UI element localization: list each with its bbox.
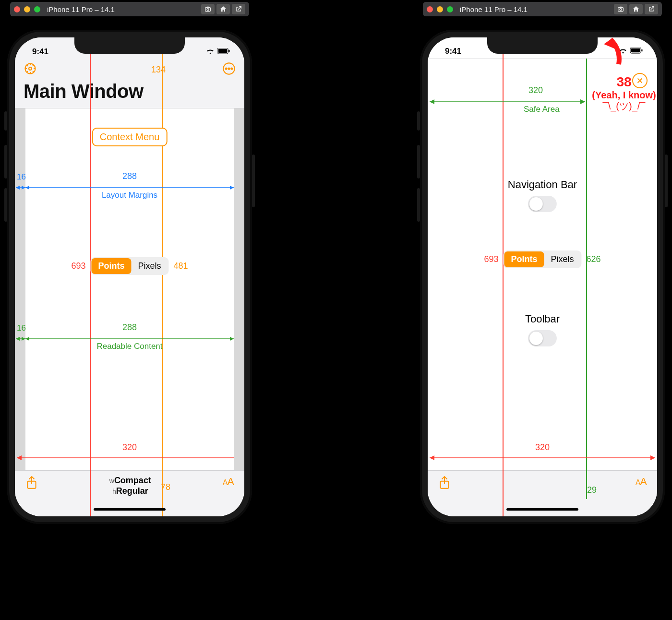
zoom-window-button[interactable] [447, 6, 453, 12]
svg-point-6 [29, 67, 32, 70]
full-width-value: 320 [535, 442, 550, 453]
full-width-value: 320 [122, 442, 137, 453]
red-guide [90, 37, 91, 516]
device-frame: 9:41 134 [7, 30, 252, 524]
toolbar-toggle[interactable] [528, 330, 557, 346]
simulator-titlebar: iPhone 11 Pro – 14.1 [423, 2, 662, 16]
share-button[interactable] [232, 4, 245, 14]
navigation-bar: 134 Main Window [15, 59, 244, 108]
simulator-title: iPhone 11 Pro – 14.1 [44, 5, 197, 13]
readable-width: 288 [122, 322, 137, 333]
more-icon[interactable] [222, 62, 236, 77]
minimize-window-button[interactable] [437, 6, 443, 12]
h-class: Regular [116, 486, 148, 496]
content-area: Context Menu 16 16 288 Layout Ma [15, 108, 244, 470]
toolbar-toggle-label: Toolbar [525, 313, 560, 325]
margin-left-value: 16 [17, 172, 26, 182]
zoom-window-button[interactable] [34, 6, 40, 12]
red-height-value: 693 [71, 261, 85, 271]
svg-rect-33 [618, 8, 624, 12]
red-guide [503, 37, 504, 516]
units-segment[interactable]: Points Pixels [503, 250, 581, 268]
toolbar-height-value: 78 [161, 482, 170, 492]
close-window-button[interactable] [427, 6, 433, 12]
full-width-arrow [15, 453, 244, 463]
content-area: 320 Safe Area Navigation Bar 693 Points … [428, 59, 657, 470]
safe-area-width: 320 [528, 85, 543, 95]
svg-rect-0 [205, 8, 211, 12]
svg-marker-40 [580, 99, 585, 104]
svg-marker-31 [238, 455, 242, 460]
svg-marker-27 [234, 337, 238, 341]
red-height-value: 693 [484, 254, 498, 264]
svg-marker-21 [16, 337, 20, 341]
layout-margins-width: 288 [122, 171, 137, 181]
size-class: wCompact hRegular [109, 476, 151, 496]
margin-right-value: 16 [233, 172, 242, 182]
share-icon[interactable] [438, 476, 451, 492]
svg-marker-39 [430, 99, 434, 104]
share-button[interactable] [645, 4, 658, 14]
svg-marker-13 [22, 186, 25, 190]
screenshot-button[interactable] [614, 4, 627, 14]
layout-margins-label: Layout Margins [102, 191, 157, 200]
text-size-icon[interactable]: AA [223, 476, 234, 488]
svg-marker-43 [650, 455, 655, 460]
svg-marker-22 [22, 337, 25, 341]
h-prefix: h [112, 488, 116, 495]
text-size-icon[interactable]: AA [636, 476, 647, 488]
home-indicator[interactable] [94, 508, 166, 511]
segment-points[interactable]: Points [91, 258, 131, 274]
svg-marker-15 [25, 186, 29, 190]
context-menu-button[interactable]: Context Menu [92, 128, 168, 146]
segment-points[interactable]: Points [504, 251, 544, 267]
close-window-button[interactable] [14, 6, 20, 12]
annotation-shrug: ¯\_(ツ)_/¯ [586, 101, 662, 112]
home-button[interactable] [629, 4, 643, 14]
svg-point-9 [228, 68, 229, 69]
w-class: Compact [114, 476, 151, 485]
battery-icon [217, 47, 230, 57]
notch [74, 37, 185, 54]
navbar-toggle[interactable] [528, 196, 557, 212]
orange-guide [162, 37, 163, 516]
svg-marker-24 [25, 337, 29, 341]
gear-icon[interactable] [24, 62, 37, 77]
svg-point-1 [207, 9, 209, 11]
page-title: Main Window [24, 81, 236, 102]
safe-area-label: Safe Area [524, 105, 560, 114]
home-button[interactable] [216, 4, 230, 14]
minimize-window-button[interactable] [24, 6, 30, 12]
svg-point-10 [231, 68, 232, 69]
svg-marker-12 [16, 186, 20, 190]
navbar-toggle-label: Navigation Bar [508, 179, 577, 191]
orange-height-value: 481 [174, 261, 188, 271]
svg-rect-36 [631, 48, 640, 52]
notch [487, 37, 598, 54]
annotation-note: (Yeah, I know) [586, 90, 662, 101]
status-time: 9:41 [445, 47, 461, 56]
green-guide [586, 59, 587, 499]
simulator-titlebar: iPhone 11 Pro – 14.1 [10, 2, 249, 16]
readable-label: Readable Content [96, 342, 162, 351]
readable-left-value: 16 [17, 323, 26, 333]
screenshot-button[interactable] [201, 4, 215, 14]
svg-rect-37 [641, 49, 642, 52]
segment-pixels[interactable]: Pixels [132, 258, 168, 274]
svg-marker-30 [17, 455, 22, 460]
svg-rect-3 [218, 49, 228, 53]
segment-pixels[interactable]: Pixels [544, 251, 581, 267]
home-indicator[interactable] [506, 508, 578, 511]
units-segment[interactable]: Points Pixels [90, 257, 168, 275]
w-prefix: w [109, 477, 114, 485]
share-icon[interactable] [25, 476, 38, 492]
svg-marker-42 [430, 455, 434, 460]
svg-marker-25 [230, 337, 234, 341]
svg-point-34 [620, 9, 622, 11]
annotation-value: 38 [586, 74, 662, 90]
svg-marker-16 [230, 186, 234, 190]
full-width-arrow [428, 453, 657, 463]
battery-icon [630, 47, 643, 56]
status-time: 9:41 [32, 47, 48, 57]
svg-point-8 [226, 68, 227, 69]
